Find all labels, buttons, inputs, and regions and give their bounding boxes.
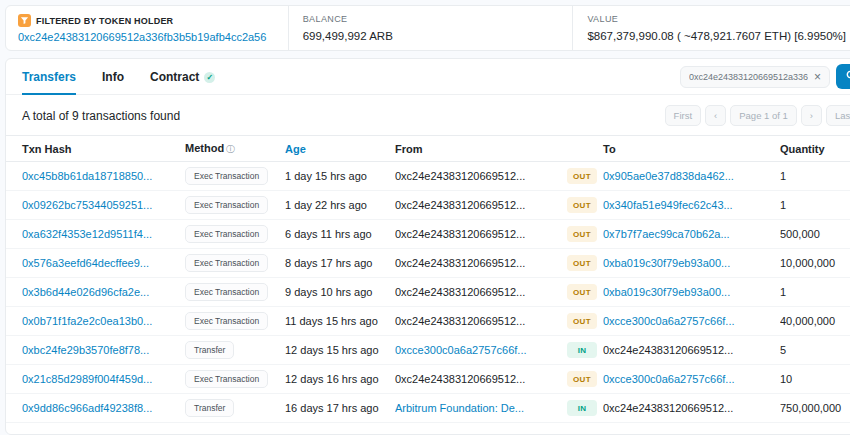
address-filter-area: 0xc24e24383120669512a336fb3b... × [680,64,850,89]
tab-transfers[interactable]: Transfers [22,59,76,95]
from-address[interactable]: Arbitrum Foundation: De... [395,402,524,414]
table-row: 0x09262bc75344059251... Exec Transaction… [6,191,850,220]
next-page-button[interactable]: › [801,105,822,126]
tabs: Transfers Info Contract ✓ [22,59,215,94]
age-text: 12 days 16 hrs ago [285,373,395,385]
col-txn-hash: Txn Hash [22,143,185,155]
method-badge[interactable]: Exec Transaction [185,283,268,301]
quantity-value: 1 [780,286,850,298]
from-address: 0xc24e24383120669512... [395,286,525,298]
col-to: To [603,143,780,155]
page-indicator: Page 1 of 1 [730,105,797,126]
to-address[interactable]: 0x905ae0e37d838da462... [603,170,734,182]
direction-badge: OUT [567,284,597,300]
from-address: 0xc24e24383120669512... [395,199,525,211]
txn-hash-link[interactable]: 0x3b6d44e026d96cfa2e... [22,286,149,298]
pagination: First ‹ Page 1 of 1 › Last [665,105,850,126]
token-holder-bar: FILTERED BY TOKEN HOLDER 0xc24e243831206… [5,5,850,51]
direction-badge: OUT [567,313,597,329]
prev-page-button[interactable]: ‹ [705,105,726,126]
to-address[interactable]: 0xcce300c0a6a2757c66f... [603,373,735,385]
age-text: 9 days 10 hrs ago [285,286,395,298]
table-row: 0x0b71f1fa2e2c0ea13b0... Exec Transactio… [6,307,850,336]
last-page-button[interactable]: Last [826,105,850,126]
tab-contract[interactable]: Contract ✓ [150,59,215,95]
balance-value: 699,499,992 ARB [303,30,559,42]
age-text: 16 days 17 hrs ago [285,402,395,414]
table-row: 0x9dd86c966adf49238f8... Transfer 16 day… [6,394,850,423]
col-method: Methodⓘ [185,142,285,156]
method-badge[interactable]: Transfer [185,399,234,417]
address-filter-value: 0xc24e24383120669512a336fb3b... [689,72,808,82]
method-badge[interactable]: Transfer [185,341,234,359]
to-address[interactable]: 0xba019c30f79eb93a00... [603,257,730,269]
direction-badge: OUT [567,197,597,213]
holder-address-link[interactable]: 0xc24e24383120669512a336fb3b5b19afb4cc2a… [18,31,274,43]
verified-check-icon: ✓ [204,72,215,83]
direction-badge: OUT [567,255,597,271]
method-badge[interactable]: Exec Transaction [185,196,268,214]
quantity-value: 1 [780,199,850,211]
to-address[interactable]: 0xba019c30f79eb93a00... [603,286,730,298]
clear-filter-icon[interactable]: × [814,72,821,82]
txn-hash-link[interactable]: 0xbc24fe29b3570fe8f78... [22,344,149,356]
first-page-button[interactable]: First [665,105,701,126]
method-badge[interactable]: Exec Transaction [185,167,268,185]
quantity-value: 10,000,000 [780,257,850,269]
from-address: 0xc24e24383120669512... [395,228,525,240]
col-from: From [395,143,567,155]
table-row: 0x3b6d44e026d96cfa2e... Exec Transaction… [6,278,850,307]
txn-hash-link[interactable]: 0x21c85d2989f004f459d... [22,373,152,385]
transactions-count: A total of 9 transactions found [22,109,180,123]
age-text: 12 days 15 hrs ago [285,344,395,356]
search-icon [846,69,850,84]
summary-row: A total of 9 transactions found First ‹ … [6,95,850,135]
to-address: 0xc24e24383120669512... [603,402,733,414]
direction-badge: OUT [567,371,597,387]
txn-hash-link[interactable]: 0xa632f4353e12d9511f4... [22,228,152,240]
direction-badge: OUT [567,226,597,242]
to-address[interactable]: 0xcce300c0a6a2757c66f... [603,315,735,327]
method-badge[interactable]: Exec Transaction [185,370,268,388]
table-header: Txn Hash Methodⓘ Age From To Quantity [6,135,850,162]
table-row: 0xc45b8b61da18718850... Exec Transaction… [6,162,850,191]
method-info-icon[interactable]: ⓘ [226,144,235,154]
txn-hash-link[interactable]: 0x09262bc75344059251... [22,199,152,211]
method-badge[interactable]: Exec Transaction [185,225,268,243]
from-address: 0xc24e24383120669512... [395,373,525,385]
table-body: 0xc45b8b61da18718850... Exec Transaction… [6,162,850,423]
filter-icon [18,14,31,27]
age-text: 11 days 15 hrs ago [285,315,395,327]
method-badge[interactable]: Exec Transaction [185,254,268,272]
from-address: 0xc24e24383120669512... [395,257,525,269]
age-text: 6 days 11 hrs ago [285,228,395,240]
txn-hash-link[interactable]: 0x9dd86c966adf49238f8... [22,402,152,414]
col-quantity: Quantity [780,143,850,155]
from-address: 0xc24e24383120669512... [395,315,525,327]
quantity-value: 500,000 [780,228,850,240]
col-age[interactable]: Age [285,143,395,155]
txn-hash-link[interactable]: 0x576a3eefd64decffee9... [22,257,149,269]
quantity-value: 750,000,000 [780,402,850,414]
filtered-by-label: FILTERED BY TOKEN HOLDER [36,16,173,26]
method-badge[interactable]: Exec Transaction [185,312,268,330]
to-address[interactable]: 0x340fa51e949fec62c43... [603,199,733,211]
from-address: 0xc24e24383120669512... [395,170,525,182]
table-row: 0xa632f4353e12d9511f4... Exec Transactio… [6,220,850,249]
to-address[interactable]: 0x7b7f7aec99ca70b62a... [603,228,730,240]
search-button[interactable] [836,64,850,89]
age-text: 1 day 22 hrs ago [285,199,395,211]
quantity-value: 5 [780,344,850,356]
quantity-value: 10 [780,373,850,385]
quantity-value: 1 [780,170,850,182]
balance-label: BALANCE [303,14,559,24]
from-address[interactable]: 0xcce300c0a6a2757c66f... [395,344,527,356]
filtered-by-section: FILTERED BY TOKEN HOLDER 0xc24e243831206… [6,6,288,50]
txn-hash-link[interactable]: 0xc45b8b61da18718850... [22,170,152,182]
txn-hash-link[interactable]: 0x0b71f1fa2e2c0ea13b0... [22,315,152,327]
table-row: 0x576a3eefd64decffee9... Exec Transactio… [6,249,850,278]
value-label: VALUE [587,14,846,24]
address-filter-input[interactable]: 0xc24e24383120669512a336fb3b... × [680,66,830,88]
balance-section: BALANCE 699,499,992 ARB [289,6,573,50]
tab-info[interactable]: Info [102,59,124,95]
